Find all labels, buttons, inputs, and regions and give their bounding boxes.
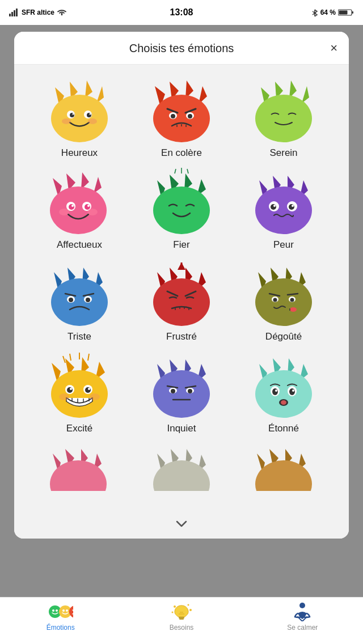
svg-point-88 [153, 278, 210, 326]
emotion-label-peur: Peur [273, 239, 294, 251]
tab-besoins[interactable]: Besoins [121, 602, 241, 632]
emotion-encolere[interactable]: En colère [133, 76, 230, 159]
emotion-label-frustre: Frustré [166, 331, 197, 342]
modal-close-button[interactable]: × [330, 41, 337, 56]
signal-icon [9, 9, 19, 16]
svg-point-43 [50, 187, 107, 234]
svg-point-148 [272, 388, 278, 395]
svg-rect-2 [14, 10, 15, 16]
svg-point-133 [153, 370, 210, 418]
battery-percent: 64 % [320, 9, 336, 16]
svg-point-51 [87, 209, 98, 215]
tab-besoins-icon [169, 602, 194, 621]
svg-point-69 [273, 205, 276, 207]
emotion-face-fier [145, 168, 218, 236]
emotion-triste[interactable]: Triste [31, 260, 128, 342]
emotion-face-encolere [145, 76, 218, 144]
emotion-partial3[interactable] [235, 443, 332, 515]
tab-bar: Émotions Besoins [0, 597, 363, 644]
tab-emotions-label: Émotions [47, 624, 75, 632]
emotion-inquiet[interactable]: Inquiet [133, 351, 230, 434]
svg-point-149 [289, 388, 295, 395]
modal-body: Heureux [14, 65, 349, 539]
emotion-face-partial2 [145, 443, 218, 511]
emotion-serein[interactable]: Serein [235, 76, 332, 159]
svg-point-122 [88, 388, 90, 390]
svg-point-16 [73, 113, 74, 115]
battery-icon [338, 9, 354, 16]
svg-rect-0 [9, 14, 11, 16]
emotion-frustre[interactable]: Frustré [133, 260, 230, 342]
svg-point-19 [88, 118, 97, 124]
tab-besoins-label: Besoins [170, 624, 194, 632]
emotion-face-partial3 [247, 443, 320, 511]
status-time: 13:08 [170, 7, 193, 18]
svg-point-24 [153, 95, 210, 142]
emotion-face-degoute [247, 260, 320, 328]
svg-point-127 [59, 393, 69, 400]
modal-title: Choisis tes émotions [129, 42, 234, 55]
emotion-label-fier: Fier [173, 239, 189, 251]
svg-point-81 [86, 298, 90, 302]
svg-point-179 [187, 604, 189, 606]
emotion-peur[interactable]: Peur [235, 168, 332, 251]
emotion-label-excite: Excité [66, 423, 92, 434]
emotion-face-frustre [145, 260, 218, 328]
svg-point-180 [189, 609, 192, 611]
tab-emotions[interactable]: Émotions [1, 602, 120, 632]
emotion-partial1[interactable] [31, 443, 128, 515]
scroll-indicator [31, 519, 332, 527]
status-left: SFR altice [9, 9, 67, 16]
svg-point-104 [273, 298, 277, 302]
emotion-face-etonne [247, 351, 320, 420]
svg-point-75 [51, 278, 108, 326]
svg-line-108 [63, 356, 65, 363]
svg-rect-5 [352, 11, 354, 14]
svg-point-170 [52, 609, 54, 612]
svg-point-158 [50, 460, 107, 508]
emotion-label-heureux: Heureux [61, 147, 98, 159]
status-bar: SFR altice 13:08 64 % [0, 0, 363, 25]
svg-point-106 [290, 307, 297, 312]
emotion-face-serein [247, 76, 320, 144]
emotion-partial2[interactable] [133, 443, 230, 515]
svg-point-99 [255, 278, 312, 326]
emotion-heureux[interactable]: Heureux [31, 76, 128, 159]
emotion-face-partial1 [43, 443, 116, 511]
emotions-faces-icon [48, 604, 73, 620]
svg-point-105 [290, 298, 294, 302]
svg-point-151 [292, 389, 294, 392]
svg-point-168 [255, 460, 312, 508]
emotions-grid: Heureux [31, 76, 332, 515]
emotion-label-triste: Triste [67, 331, 91, 342]
emotion-label-serein: Serein [269, 147, 297, 159]
svg-point-174 [66, 609, 68, 612]
emotion-label-etonne: Étonné [268, 423, 299, 434]
emotion-affectueux[interactable]: Affectueux [31, 168, 128, 251]
svg-point-48 [71, 205, 74, 207]
tab-se-calmer-label: Se calmer [287, 624, 318, 632]
svg-line-111 [88, 354, 89, 361]
svg-point-47 [85, 204, 90, 210]
modal-emotions: Choisis tes émotions × [14, 32, 349, 539]
emotion-degoute[interactable]: Dégoûté [235, 260, 332, 342]
emotion-face-affectueux [43, 168, 116, 236]
svg-point-120 [85, 387, 91, 393]
svg-marker-42 [94, 177, 102, 193]
svg-rect-6 [339, 11, 348, 15]
bluetooth-icon [311, 9, 318, 16]
svg-point-119 [67, 387, 73, 393]
svg-point-150 [275, 389, 277, 392]
svg-line-54 [187, 169, 188, 173]
emotion-fier[interactable]: Fier [133, 168, 230, 251]
svg-point-59 [153, 187, 210, 234]
svg-marker-9 [85, 80, 92, 98]
emotion-etonne[interactable]: Étonné [235, 351, 332, 434]
svg-line-52 [175, 169, 176, 173]
emotion-label-affectueux: Affectueux [57, 239, 102, 251]
emotion-excite[interactable]: Excité [31, 351, 128, 434]
svg-point-70 [292, 205, 294, 207]
svg-point-145 [255, 370, 312, 418]
tab-se-calmer[interactable]: Se calmer [243, 602, 362, 632]
scroll-down-arrow [175, 519, 188, 527]
